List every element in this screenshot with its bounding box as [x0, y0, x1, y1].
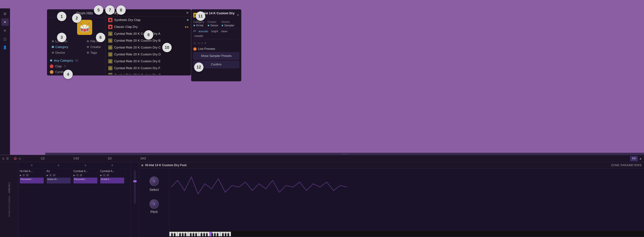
nav-grid-icon[interactable]: ⊞	[1, 10, 9, 18]
filter-creator-label: Creator	[90, 45, 101, 49]
result-icon-cym-g: ▤	[108, 73, 112, 75]
tag-bright[interactable]: bright	[210, 30, 219, 33]
nav-star-icon[interactable]: ✦	[1, 19, 9, 26]
result-icon-cym-c: ▤	[108, 45, 112, 50]
play-icon-1-1[interactable]: ▶	[20, 174, 22, 177]
cat-any-asterisk: ✱	[50, 59, 52, 62]
add-track4[interactable]: +	[99, 163, 126, 167]
add-track3[interactable]: +	[72, 163, 99, 167]
tag-acoustic[interactable]: acoustic	[198, 30, 209, 33]
clip-1-4[interactable]: Hi-Hat A...	[100, 178, 124, 183]
result-icon-cym-b: ▤	[108, 39, 112, 43]
solo-btn-1-3[interactable]: S	[76, 174, 79, 177]
rating-circle-1[interactable]: ○	[198, 41, 200, 45]
result-cymbal-dry-g[interactable]: ▤ Cymbal Ride 20 K Custom Dry G	[106, 72, 191, 75]
key-b7[interactable]	[192, 233, 194, 236]
mute-btn-1-2[interactable]: M	[53, 174, 56, 177]
filter-category[interactable]: ✱ Category	[50, 45, 84, 50]
rating-plus[interactable]: +	[204, 41, 206, 45]
cat-any-count: 65	[75, 59, 78, 62]
toolbar-power-icon[interactable]: ⏻	[14, 157, 17, 160]
pitch-knob[interactable]	[150, 199, 159, 209]
drum-icon: 🥁	[77, 20, 92, 35]
key-b12[interactable]	[211, 233, 213, 236]
play-icon-1-4[interactable]: ▶	[100, 174, 102, 177]
detail-device-col: Device ✱ Sampler	[222, 21, 234, 27]
key-b4[interactable]	[182, 233, 184, 236]
mute-btn-1-1[interactable]: M	[26, 174, 29, 177]
filter-location[interactable]: ✱ Location	[50, 39, 84, 44]
side-track-labels: ASM kit 1 Hi-Hat 14 K Custom...	[0, 162, 18, 237]
solo-btn-1-2[interactable]: S	[49, 174, 52, 177]
fx-badge[interactable]: FX	[630, 156, 638, 161]
tag-metallic[interactable]: metallic	[193, 34, 204, 38]
clip-1-1[interactable]: Percussion...	[20, 178, 44, 183]
mute-btn-1-3[interactable]: M	[80, 174, 83, 177]
key-b9[interactable]	[201, 233, 202, 236]
show-presets-button[interactable]: Show Sampler Presets	[193, 52, 239, 60]
track-lanes: ASM kit 1 Hi-Hat 14 K Custom... + + + +	[0, 162, 644, 237]
key-b11[interactable]	[206, 233, 208, 236]
key-b16[interactable]	[225, 233, 226, 236]
result-cymbal-dry-c[interactable]: ▤ Cymbal Ride 20 K Custom Dry C	[106, 44, 191, 51]
play-icon-1-3[interactable]: ▶	[74, 174, 75, 177]
detail-rating: ☆ ○ ○ +	[193, 41, 239, 45]
clip-1-3[interactable]: Percussion...	[74, 178, 98, 183]
add-track1[interactable]: +	[18, 163, 45, 167]
key-b3[interactable]	[179, 233, 181, 236]
mute-btn-1-4[interactable]: M	[106, 174, 110, 177]
select-knob[interactable]	[150, 177, 159, 186]
key-b1[interactable]	[171, 233, 173, 236]
rating-circle-2[interactable]: ○	[201, 41, 203, 45]
filekind-asterisk: ✱	[86, 39, 89, 43]
callout-4: 4	[63, 70, 73, 79]
key-b2[interactable]	[174, 233, 176, 236]
fx-zone-right: FX ▲	[630, 156, 642, 161]
clip-1-2[interactable]: Snare AS...	[46, 178, 70, 183]
key-b13[interactable]	[214, 233, 216, 236]
toolbar-drums-icon[interactable]: ⊙	[2, 157, 4, 160]
key-b10[interactable]	[203, 233, 205, 236]
key-b5[interactable]	[184, 233, 186, 236]
result-cymbal-dry-e[interactable]: ▤ Cymbal Ride 20 K Custom Dry E	[106, 58, 191, 65]
result-name-6: Cymbal Ride 20 K Custom Dry E	[114, 59, 188, 63]
play-icon-1-2[interactable]: ▶	[46, 174, 48, 177]
solo-btn-1-4[interactable]: S	[103, 174, 106, 177]
nav-waveform-icon[interactable]: ≋	[1, 27, 9, 34]
volume-slider-thumb[interactable]	[133, 180, 136, 182]
category-asterisk: ✱	[193, 24, 195, 27]
result-synthetic-dry-clap[interactable]: ▣ Synthetic Dry Clap	[106, 17, 191, 24]
solo-btn-1-1[interactable]: S	[22, 174, 25, 177]
key-b6[interactable]	[190, 233, 192, 236]
add-track2[interactable]: +	[45, 163, 72, 167]
drag-strip[interactable]	[45, 153, 644, 155]
result-cymbal-dry-d[interactable]: ▤ Cymbal Ride 20 K Custom Dry D	[106, 51, 191, 58]
collapse-button[interactable]: ▲	[639, 157, 642, 160]
toolbar-clock-icon[interactable]: ◷	[18, 157, 21, 160]
detail-close-button[interactable]: ✕	[237, 13, 239, 17]
volume-area	[131, 162, 139, 237]
creator-asterisk: ✱	[208, 24, 210, 27]
rating-star[interactable]: ☆	[193, 41, 196, 45]
filter-device[interactable]: ✱ Device	[50, 50, 84, 55]
callout-12: 12	[194, 62, 204, 72]
result-icon-cym-e: ▤	[108, 59, 112, 64]
nav-eq-icon[interactable]: ◫	[1, 35, 9, 43]
result-classic-clap-dry[interactable]: ▣ Classic Clap Dry ★●	[106, 24, 191, 30]
result-dot-0	[187, 19, 188, 21]
sampler-left: Select Pitch	[139, 168, 169, 236]
clip-name-1-1: Percussion...	[20, 178, 44, 181]
key-b8[interactable]	[195, 233, 197, 236]
device-label: Device	[222, 21, 234, 24]
toolbar-list-icon[interactable]: ☰	[6, 157, 9, 160]
piano-key-row	[169, 231, 231, 236]
key-b17[interactable]	[228, 233, 229, 236]
key-b15[interactable]	[222, 233, 224, 236]
nav-person-icon[interactable]: 👤	[1, 44, 9, 51]
cat-any-label: Any Category	[54, 59, 73, 62]
tag-clean[interactable]: clean	[220, 30, 228, 33]
key-b14[interactable]	[217, 233, 218, 236]
search-close-button[interactable]: ✕	[186, 11, 189, 15]
volume-slider-track[interactable]	[134, 170, 136, 204]
result-cymbal-dry-f[interactable]: ▤ Cymbal Ride 20 K Custom Dry F	[106, 65, 191, 72]
